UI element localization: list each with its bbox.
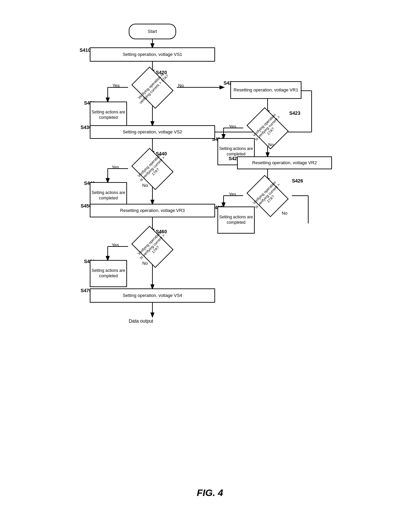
step-label-S426: S426 [292,178,303,183]
diamond-S460: Verifying operationIs verifying current … [128,233,177,261]
yes-label-S440: Yes [112,165,119,170]
no-label-S423: No [268,142,274,147]
start-node: Start [129,24,176,39]
yes-label-S423: Yes [229,124,236,129]
yes-label-S426: Yes [229,192,236,197]
step-S470: Setting operation, votlage VS4 [90,288,215,303]
step-S410: Setting operation, votlage VS1 [90,47,215,62]
diamond-S426: Verifying operationIs verifying current … [243,182,292,210]
yes-label-S420: Yes [112,83,120,88]
step-S422: Resetting operation, votlage VR1 [230,81,301,99]
no-label-S460: No [142,261,148,266]
no-label-S420: No [178,83,184,88]
step-S425: Resetting operation, votlage VR2 [237,156,332,169]
step-S421: Setting actions are completed [90,102,127,129]
step-label-S410: S410 [80,47,91,53]
step-S430: Setting operation, votlage VS2 [90,125,215,139]
step-S450: Resetting operation, votlage VR3 [90,204,215,217]
yes-label-S460: Yes [112,242,119,247]
diamond-S440: Verifying operationIs verifying current … [128,155,177,183]
step-S427: Setting actions are completed [217,207,255,234]
no-label-S426: No [282,211,288,216]
no-label-S440: No [142,183,148,188]
figure-label: FIG. 4 [197,488,223,498]
flowchart-diagram: Start S410 Setting operation, votlage VS… [24,14,396,481]
diamond-S420: Verifying operation Is verifying current… [128,74,177,102]
data-output-label: Data output [129,318,153,324]
step-S461: Setting actions are completed [90,260,127,287]
